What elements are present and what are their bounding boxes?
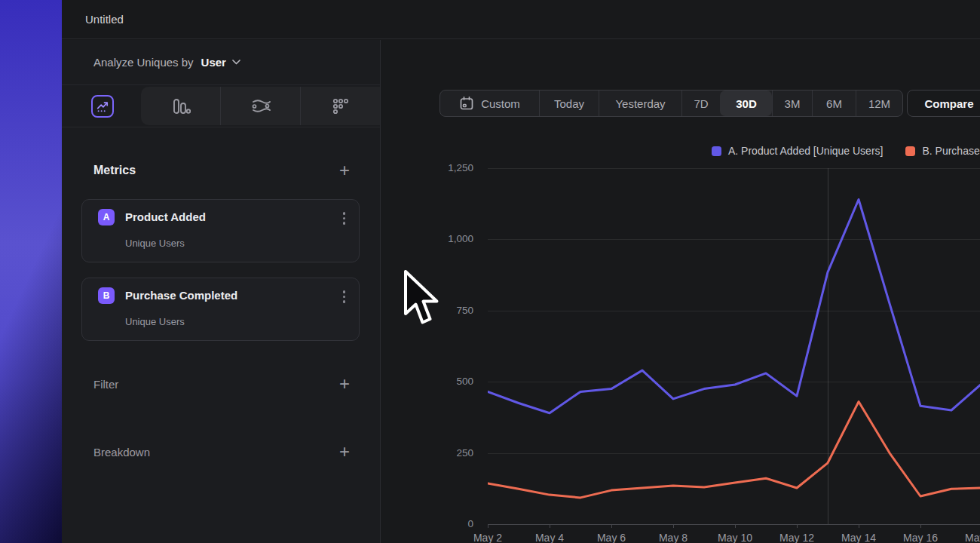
x-tick-label: May 16 — [903, 532, 938, 543]
tab-retention[interactable] — [300, 87, 380, 125]
chevron-down-icon[interactable] — [232, 60, 240, 65]
x-tick-mark — [920, 525, 921, 528]
x-axis-line — [488, 524, 980, 525]
y-tick-label: 250 — [428, 447, 473, 459]
x-tick-mark — [735, 525, 736, 528]
x-tick-label: May 8 — [659, 532, 688, 543]
top-bar: Untitled — [62, 0, 980, 39]
breakdown-header: Breakdown + — [93, 444, 350, 459]
metric-name[interactable]: Purchase Completed — [125, 289, 237, 302]
tab-insights[interactable] — [91, 95, 114, 118]
series-line-product-added — [488, 200, 980, 413]
line-chart-icon — [96, 100, 109, 113]
query-builder-sidebar: Analyze Uniques by User — [62, 40, 381, 543]
analyze-label: Analyze Uniques by — [93, 56, 194, 69]
y-tick-label: 500 — [428, 376, 473, 387]
metric-card-b[interactable]: B Purchase Completed Unique Users — [81, 278, 360, 341]
analytics-app-window: Untitled Analyze Uniques by User — [0, 0, 980, 543]
y-tick-label: 1,000 — [428, 233, 473, 244]
filter-title: Filter — [93, 378, 118, 391]
metrics-header: Metrics + — [93, 163, 350, 178]
x-tick-label: May 18 — [965, 532, 980, 543]
report-title: Untitled — [85, 13, 124, 26]
x-tick-mark — [859, 525, 859, 528]
chart-series-canvas — [488, 168, 980, 524]
x-tick-label: May 10 — [718, 532, 752, 543]
x-tick-label: May 2 — [473, 532, 502, 543]
kebab-menu-icon[interactable] — [343, 290, 346, 303]
metric-name[interactable]: Product Added — [125, 210, 206, 223]
x-tick-mark — [550, 525, 550, 528]
y-tick-label: 1,250 — [428, 162, 473, 173]
y-tick-label: 0 — [428, 518, 473, 529]
chart-panel: Custom Today Yesterday 7D 30D 3M 6M 12M … — [381, 40, 980, 543]
tab-strip — [141, 87, 380, 125]
filter-header: Filter + — [93, 376, 350, 391]
y-tick-label: 750 — [428, 305, 473, 316]
metric-badge-a: A — [98, 209, 115, 225]
add-filter-button[interactable]: + — [339, 376, 350, 391]
x-tick-mark — [488, 525, 488, 528]
x-tick-mark — [797, 525, 798, 528]
metric-badge-b: B — [98, 287, 115, 304]
flows-icon — [250, 98, 271, 115]
metric-subtitle[interactable]: Unique Users — [125, 238, 185, 249]
chart-type-tabs — [62, 85, 380, 127]
metrics-title: Metrics — [93, 164, 136, 177]
analyze-uniques-row: Analyze Uniques by User — [62, 40, 380, 85]
x-tick-label: May 6 — [597, 532, 626, 543]
x-tick-label: May 12 — [779, 532, 814, 543]
line-chart-plot[interactable]: 02505007501,0001,250May 2May 4May 6May 8… — [381, 40, 980, 543]
add-breakdown-button[interactable]: + — [339, 444, 350, 459]
x-tick-mark — [673, 525, 674, 528]
retention-grid-icon — [331, 97, 351, 116]
x-tick-mark — [611, 525, 612, 528]
tab-funnels[interactable] — [141, 87, 220, 125]
tab-flows[interactable] — [220, 87, 300, 125]
x-tick-label: May 4 — [535, 532, 564, 543]
add-metric-button[interactable]: + — [339, 163, 350, 178]
bar-chart-icon — [171, 97, 191, 115]
kebab-menu-icon[interactable] — [343, 212, 346, 225]
decorative-gradient-edge — [0, 0, 62, 543]
analyze-value-dropdown[interactable]: User — [201, 56, 226, 69]
metric-subtitle[interactable]: Unique Users — [125, 316, 185, 327]
x-tick-label: May 14 — [841, 532, 876, 543]
breakdown-title: Breakdown — [93, 446, 150, 459]
series-line-purchase-completed — [488, 402, 980, 498]
metric-card-a[interactable]: A Product Added Unique Users — [81, 199, 360, 262]
